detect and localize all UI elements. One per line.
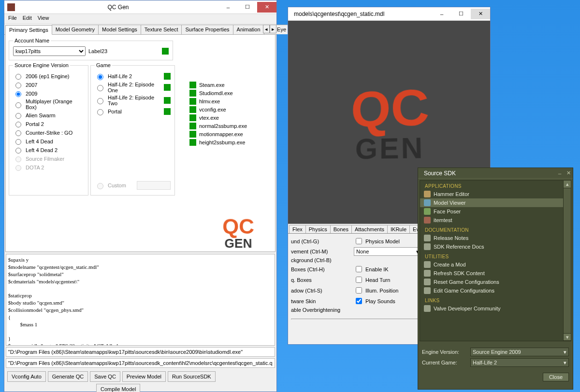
hlmv-close-button[interactable]: ✕ — [471, 9, 490, 19]
hlmv-tab-bones[interactable]: Bones — [330, 225, 352, 233]
game-custom-radio: Custom — [95, 182, 126, 189]
account-name-legend: Account Name — [13, 38, 51, 43]
sdk-close-button[interactable] — [564, 169, 573, 177]
source-engine-radio[interactable]: Left 4 Dead 2 — [13, 146, 84, 154]
studiomdl-path-input[interactable] — [6, 347, 275, 357]
edit-icon — [424, 287, 431, 294]
sdk-minimize-button[interactable] — [555, 169, 564, 177]
sdk-item-face-poser[interactable]: Face Poser — [420, 207, 571, 216]
source-engine-radio[interactable]: 2007 — [13, 81, 84, 88]
enable-ik-checkbox[interactable]: Enable IK — [354, 265, 421, 274]
sdk-item-release-notes[interactable]: Release Notes — [420, 234, 571, 242]
source-engine-radio: Source Filmaker — [13, 155, 84, 162]
menu-edit[interactable]: Edit — [23, 15, 32, 22]
menu-file[interactable]: File — [8, 15, 17, 22]
link-icon — [424, 305, 431, 312]
illum-position-checkbox[interactable]: Illum. Position — [354, 286, 421, 295]
tabs-scroll-right-icon[interactable]: ▸ — [270, 25, 276, 33]
scroll-down-icon[interactable]: ▾ — [564, 333, 571, 341]
game-radio-row[interactable]: Half-Life 2 — [95, 72, 171, 80]
source-engine-radio[interactable]: 2006 (ep1 Engine) — [13, 72, 84, 80]
qc-file-path-input[interactable] — [6, 358, 275, 368]
doc-icon — [424, 235, 431, 241]
hlmv-tab-ikrule[interactable]: IKRule — [387, 225, 410, 233]
preview-model-button[interactable]: Preview Model — [122, 371, 166, 382]
generate-qc-button[interactable]: Generate QC — [48, 371, 88, 382]
play-sounds-checkbox[interactable]: Play Sounds — [354, 296, 421, 306]
status-icon — [189, 82, 196, 88]
source-engine-radio[interactable]: Counter-Strike : GO — [13, 129, 84, 136]
hlmv-tab-attachments[interactable]: Attachments — [351, 225, 388, 233]
physics-select[interactable]: None▾ — [354, 247, 421, 256]
head-turn-checkbox[interactable]: Head Turn — [354, 275, 421, 284]
game-radio-row[interactable]: Portal — [95, 108, 171, 115]
sdk-section-links: LINKS — [420, 295, 571, 304]
model-viewer-icon — [424, 199, 431, 206]
hlmv-titlebar[interactable]: models\qcgentest\qcgen_static.mdl ✕ — [288, 7, 490, 21]
account-name-select[interactable]: kwp17pitts — [13, 46, 86, 56]
exe-status-list: Steam.exeStudiomdl.exehlmv.exevconfig.ex… — [189, 80, 247, 147]
run-sourcesdk-button[interactable]: Run SourceSDK — [168, 371, 216, 382]
sdk-item-valve-dev-community[interactable]: Valve Developer Community — [420, 304, 571, 313]
engine-version-select[interactable]: Source Engine 2009▾ — [470, 348, 569, 356]
action-buttons: Vconfig Auto Generate QC Save QC Preview… — [4, 369, 276, 384]
sdk-close-action-button[interactable]: Close — [543, 373, 569, 381]
current-game-select[interactable]: Half-Life 2▾ — [470, 358, 569, 367]
source-engine-radio[interactable]: Left 4 Dead — [13, 138, 84, 145]
reset-icon — [424, 279, 431, 285]
source-engine-radio[interactable]: Portal 2 — [13, 120, 84, 127]
sdk-item-edit-configs[interactable]: Edit Game Configurations — [420, 286, 571, 295]
sdk-item-create-mod[interactable]: Create a Mod — [420, 260, 571, 269]
current-game-label: Current Game: — [422, 360, 467, 365]
qcgen-titlebar[interactable]: QC Gen — [4, 0, 276, 14]
status-icon — [164, 84, 171, 91]
tab-model-geometry[interactable]: Model Geometry — [52, 25, 99, 34]
source-engine-radio[interactable]: Alien Swarm — [13, 112, 84, 119]
exe-status-row: vconfig.exe — [189, 106, 247, 113]
itemtest-icon — [424, 217, 431, 224]
sdk-item-model-viewer[interactable]: Model Viewer — [420, 198, 571, 207]
tab-model-settings[interactable]: Model Settings — [98, 25, 141, 34]
maximize-button[interactable] — [238, 2, 257, 13]
qc-output-textarea[interactable]: $upaxis y $modelname "qcgentest/qcgen_st… — [6, 254, 275, 346]
sdk-item-hammer-editor[interactable]: Hammer Editor — [420, 190, 571, 198]
sdk-item-refresh-content[interactable]: Refresh SDK Content — [420, 269, 571, 278]
vconfig-auto-button[interactable]: Vconfig Auto — [7, 371, 46, 382]
account-name-group: Account Name kwp17pitts Label23 — [9, 38, 173, 60]
hlmv-minimize-button[interactable] — [432, 9, 451, 19]
tab-animation[interactable]: Animation — [233, 25, 264, 34]
compile-model-button[interactable]: Compile Model — [96, 384, 140, 392]
primary-settings-panel: Account Name kwp17pitts Label23 Source E… — [5, 35, 276, 252]
close-button[interactable] — [257, 2, 276, 13]
game-radio-row[interactable]: Half-Life 2: Episode Two — [95, 95, 171, 106]
doc-icon — [424, 243, 431, 250]
save-qc-button[interactable]: Save QC — [90, 371, 120, 382]
hlmv-tab-physics[interactable]: Physics — [305, 225, 331, 233]
tab-primary-settings[interactable]: Primary Settings — [5, 25, 52, 35]
engine-version-label: Engine Version: — [422, 349, 467, 355]
sdk-titlebar[interactable]: Source SDK — [418, 168, 573, 179]
tab-texture-select[interactable]: Texture Select — [141, 25, 182, 34]
tabs-scroll-left-icon[interactable]: ◂ — [263, 25, 270, 33]
source-engine-radio[interactable]: 2009 — [13, 90, 84, 97]
status-icon — [189, 123, 196, 129]
refresh-icon — [424, 270, 431, 277]
exe-status-row: motionmapper.exe — [189, 131, 247, 138]
game-radio-row[interactable]: Half-Life 2: Episode One — [95, 82, 171, 93]
sdk-scrollbar[interactable]: ▴ ▾ — [563, 181, 571, 341]
qcgen-logo: QC GEN — [202, 204, 275, 262]
menu-view[interactable]: View — [38, 15, 49, 22]
sdk-item-itemtest[interactable]: itemtest — [420, 216, 571, 224]
status-icon — [189, 90, 196, 97]
minimize-button[interactable] — [218, 2, 238, 13]
sdk-item-reset-configs[interactable]: Reset Game Configurations — [420, 278, 571, 286]
physics-model-checkbox[interactable]: Physics Model — [354, 237, 421, 246]
hlmv-tab-flex[interactable]: Flex — [289, 225, 306, 233]
hlmv-maximize-button[interactable] — [451, 9, 471, 19]
tab-surface-properties[interactable]: Surface Properties — [181, 25, 233, 34]
sdk-item-sdk-reference[interactable]: SDK Reference Docs — [420, 242, 571, 251]
qcgen-window: QC Gen File Edit View Primary Settings M… — [4, 0, 277, 392]
exe-status-row: vtex.exe — [189, 114, 247, 121]
source-engine-radio[interactable]: Multiplayer (Orange Box) — [13, 98, 84, 110]
scroll-up-icon[interactable]: ▴ — [564, 181, 571, 188]
